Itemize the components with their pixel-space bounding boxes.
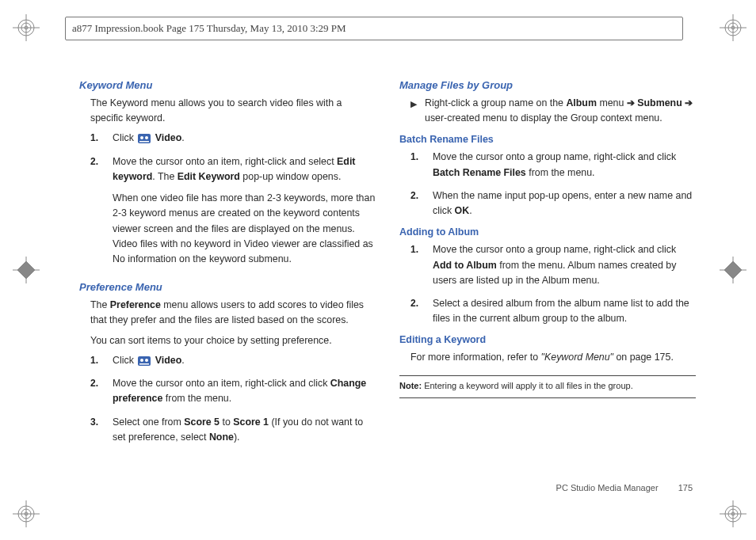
left-column: Keyword Menu The Keyword menu allows you…	[79, 73, 376, 477]
arrow-right-icon: ➔	[627, 97, 635, 108]
heading-batch-rename: Batch Rename Files	[399, 134, 696, 145]
svg-point-32	[145, 359, 148, 362]
step-text: Move the cursor onto a group name, right…	[433, 242, 696, 288]
note-rule	[399, 397, 696, 398]
video-icon	[138, 133, 151, 143]
addalbum-steps: 1. Move the cursor onto a group name, ri…	[410, 242, 696, 326]
heading-keyword-menu: Keyword Menu	[79, 79, 376, 91]
list-item: 3. Select one from Score 5 to Score 1 (I…	[90, 415, 376, 445]
step-text: When the name input pop-up opens, enter …	[433, 188, 696, 219]
editkw-text: For more information, refer to "Keyword …	[410, 350, 696, 365]
page-number: 175	[678, 483, 693, 492]
step-text: Select one from Score 5 to Score 1 (If y…	[113, 415, 376, 445]
list-item: 1. Move the cursor onto a group name, ri…	[410, 150, 696, 180]
list-item: 2. Move the cursor onto an item, right-c…	[90, 376, 376, 406]
content-columns: Keyword Menu The Keyword menu allows you…	[79, 73, 696, 477]
footer-section: PC Studio Media Manager	[556, 483, 659, 492]
batch-steps: 1. Move the cursor onto a group name, ri…	[410, 150, 696, 219]
list-item: 2. Select a desired album from the album…	[410, 296, 696, 326]
step-number: 3.	[90, 415, 113, 445]
keyword-steps: 1. Click Video. 2. Move the cursor onto …	[90, 131, 376, 273]
step-text: Select a desired album from the album na…	[433, 296, 696, 326]
heading-adding-album: Adding to Album	[399, 226, 696, 238]
svg-rect-33	[139, 363, 149, 365]
pref-intro-1: The Preference menu allows users to add …	[90, 298, 376, 328]
step-number: 1.	[90, 353, 113, 368]
triangle-bullet-icon: ▶	[410, 96, 425, 126]
step-text: Click Video.	[113, 353, 376, 368]
page: a877 Impression.book Page 175 Thursday, …	[0, 0, 756, 540]
keyword-intro: The Keyword menu allows you to search vi…	[90, 96, 376, 126]
note-rule	[399, 375, 696, 376]
step-text: Move the cursor onto a group name, right…	[433, 150, 696, 180]
arrow-right-icon: ➔	[685, 97, 693, 108]
svg-point-28	[145, 136, 148, 139]
step-text: Move the cursor onto an item, right-clic…	[113, 376, 376, 406]
step-text: Click Video.	[113, 131, 376, 146]
crop-mark-icon	[720, 14, 746, 41]
list-item: 2. Move the cursor onto an item, right-c…	[90, 154, 376, 274]
list-item: 1. Click Video.	[90, 131, 376, 146]
pref-steps: 1. Click Video. 2. Move the cursor onto …	[90, 353, 376, 445]
step-number: 1.	[410, 150, 433, 180]
crop-mark-icon	[13, 14, 40, 41]
svg-marker-25	[724, 261, 742, 279]
step-number: 2.	[410, 296, 433, 326]
step-text: Move the cursor onto an item, right-clic…	[113, 154, 376, 274]
step-number: 1.	[410, 242, 433, 288]
list-item: 2. When the name input pop-up opens, ent…	[410, 188, 696, 219]
svg-point-27	[140, 136, 143, 139]
header-bar: a877 Impression.book Page 175 Thursday, …	[65, 17, 683, 40]
header-text: a877 Impression.book Page 175 Thursday, …	[72, 22, 346, 35]
list-item: 1. Move the cursor onto a group name, ri…	[410, 242, 696, 288]
heading-manage-files: Manage Files by Group	[399, 79, 696, 91]
pref-intro-2: You can sort items to your choice by set…	[90, 333, 376, 348]
step-number: 2.	[90, 376, 113, 406]
list-item: 1. Click Video.	[90, 353, 376, 368]
video-icon	[138, 356, 151, 365]
note: Note: Entering a keyword will apply it t…	[399, 379, 696, 393]
step-number: 1.	[90, 131, 113, 146]
cross-reference: "Keyword Menu"	[541, 352, 613, 363]
heading-editing-keyword: Editing a Keyword	[399, 334, 696, 345]
svg-marker-22	[17, 261, 35, 279]
crop-mark-icon	[13, 257, 40, 283]
page-footer: PC Studio Media Manager 175	[556, 483, 693, 492]
svg-point-31	[140, 359, 143, 362]
crop-mark-icon	[13, 500, 40, 527]
crop-mark-icon	[720, 257, 746, 283]
step-number: 2.	[90, 154, 113, 274]
crop-mark-icon	[720, 500, 746, 527]
svg-rect-29	[139, 141, 149, 143]
right-column: Manage Files by Group ▶ Right-click a gr…	[399, 73, 696, 477]
manage-instruction: ▶ Right-click a group name on the Album …	[410, 96, 696, 126]
step-number: 2.	[410, 188, 433, 219]
heading-preference-menu: Preference Menu	[79, 281, 376, 293]
